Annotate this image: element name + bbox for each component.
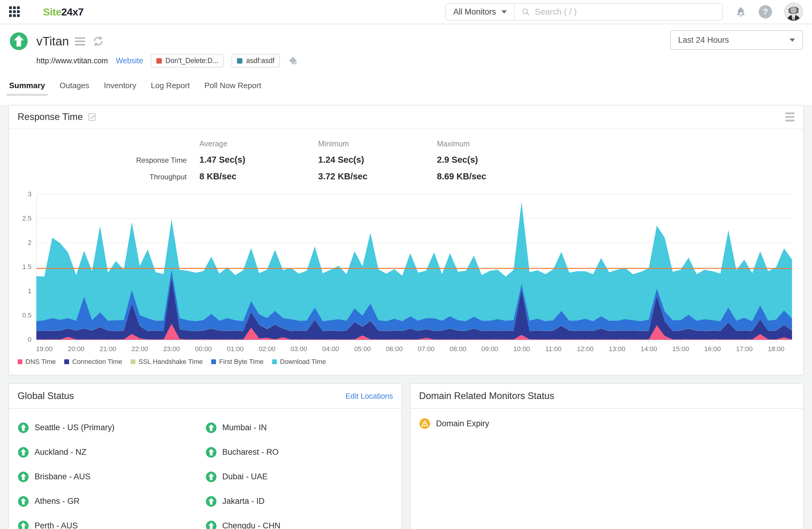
tab-outages[interactable]: Outages bbox=[60, 81, 89, 96]
tag-color-swatch bbox=[237, 58, 242, 64]
location-label: Brisbane - AUS bbox=[34, 472, 91, 482]
response-time-chart[interactable]: 00.511.522.5319:0020:0021:0022:0023:0000… bbox=[9, 183, 803, 353]
svg-text:1.5: 1.5 bbox=[22, 263, 31, 270]
legend-item[interactable]: First Byte Time bbox=[211, 358, 264, 366]
svg-text:06:00: 06:00 bbox=[386, 345, 403, 353]
search-input[interactable] bbox=[535, 7, 716, 17]
monitor-tabs: SummaryOutagesInventoryLog ReportPoll No… bbox=[9, 81, 803, 96]
legend-swatch bbox=[64, 359, 69, 364]
location-item[interactable]: Athens - GR bbox=[18, 496, 205, 507]
status-warning-icon bbox=[419, 418, 431, 429]
svg-text:04:00: 04:00 bbox=[322, 345, 339, 353]
location-item[interactable]: Mumbai - IN bbox=[205, 422, 393, 434]
locations-grid: Seattle - US (Primary) Auckland - NZ Bri… bbox=[9, 409, 402, 529]
status-up-icon bbox=[205, 520, 217, 529]
status-up-icon bbox=[205, 496, 217, 507]
legend-item[interactable]: Connection Time bbox=[64, 358, 122, 366]
legend-item[interactable]: Download Time bbox=[272, 358, 326, 366]
legend-label: SSL Handshake Time bbox=[139, 358, 203, 366]
page-content: Response Time Average Minimum Maximum Re… bbox=[0, 105, 812, 529]
location-label: Chengdu - CHN bbox=[222, 521, 280, 529]
svg-text:01:00: 01:00 bbox=[227, 345, 244, 353]
svg-text:0.5: 0.5 bbox=[22, 311, 31, 319]
status-up-icon bbox=[205, 446, 217, 458]
location-item[interactable]: Perth - AUS bbox=[18, 520, 205, 529]
legend-label: DNS Time bbox=[26, 358, 56, 366]
svg-text:19:00: 19:00 bbox=[36, 345, 53, 353]
chart-legend: DNS Time Connection Time SSL Handshake T… bbox=[9, 353, 803, 375]
stat-value-min-response: 1.24 Sec(s) bbox=[318, 155, 437, 165]
stat-col-header: Average bbox=[199, 139, 318, 148]
domain-monitors-panel: Domain Related Monitors Status Domain Ex… bbox=[410, 383, 803, 529]
status-up-icon bbox=[205, 422, 217, 434]
svg-text:2.5: 2.5 bbox=[22, 215, 31, 222]
monitor-type-link[interactable]: Website bbox=[116, 56, 143, 65]
stat-value-max-throughput: 8.69 KB/sec bbox=[437, 172, 794, 181]
tag-pill[interactable]: Don't_Delete:D... bbox=[151, 54, 223, 68]
tab-summary[interactable]: Summary bbox=[9, 81, 45, 96]
tag-pill[interactable]: asdf:asdf bbox=[231, 54, 280, 68]
svg-text:08:00: 08:00 bbox=[450, 345, 466, 353]
stat-value-min-throughput: 3.72 KB/sec bbox=[318, 172, 437, 181]
notifications-bell-icon[interactable] bbox=[735, 6, 746, 18]
time-range-label: Last 24 Hours bbox=[678, 35, 729, 45]
location-item[interactable]: Dubai - UAE bbox=[205, 471, 393, 483]
svg-text:2: 2 bbox=[28, 239, 31, 246]
tag-icon[interactable] bbox=[288, 56, 298, 66]
stat-col-header: Minimum bbox=[318, 139, 437, 148]
legend-item[interactable]: DNS Time bbox=[18, 358, 56, 366]
svg-text:17:00: 17:00 bbox=[736, 345, 753, 353]
tab-inventory[interactable]: Inventory bbox=[104, 81, 136, 96]
chevron-down-icon bbox=[789, 39, 795, 42]
search-box[interactable] bbox=[515, 7, 722, 17]
domain-panel-title: Domain Related Monitors Status bbox=[419, 391, 554, 401]
domain-monitor-item[interactable]: Domain Expiry bbox=[419, 418, 794, 429]
time-range-dropdown[interactable]: Last 24 Hours bbox=[670, 30, 803, 50]
chart-menu-icon[interactable] bbox=[785, 113, 794, 121]
status-up-icon bbox=[18, 496, 29, 507]
tab-poll-now-report[interactable]: Poll Now Report bbox=[204, 81, 261, 96]
location-item[interactable]: Auckland - NZ bbox=[18, 446, 205, 458]
svg-text:07:00: 07:00 bbox=[418, 345, 434, 353]
site24x7-logo[interactable]: Site24x7 bbox=[43, 6, 84, 18]
svg-text:3: 3 bbox=[28, 191, 31, 198]
stat-row-label: Throughput bbox=[18, 173, 199, 181]
monitor-menu-icon[interactable] bbox=[75, 37, 85, 45]
refresh-icon[interactable] bbox=[92, 35, 104, 47]
monitor-name: vTitan bbox=[37, 34, 69, 48]
svg-text:13:00: 13:00 bbox=[609, 345, 625, 353]
status-up-icon bbox=[205, 471, 217, 483]
domain-monitor-label: Domain Expiry bbox=[436, 419, 489, 428]
location-label: Bucharest - RO bbox=[222, 447, 279, 457]
help-icon[interactable]: ? bbox=[759, 5, 772, 18]
location-item[interactable]: Jakarta - ID bbox=[205, 496, 393, 507]
svg-text:16:00: 16:00 bbox=[704, 345, 721, 353]
location-item[interactable]: Bucharest - RO bbox=[205, 446, 393, 458]
location-label: Jakarta - ID bbox=[222, 497, 265, 506]
search-icon bbox=[521, 7, 530, 16]
global-status-panel: Global Status Edit Locations Seattle - U… bbox=[9, 383, 402, 529]
status-up-icon bbox=[18, 520, 29, 529]
monitor-header: vTitan http://www.vtitan.com Website Don… bbox=[0, 24, 812, 105]
location-item[interactable]: Seattle - US (Primary) bbox=[18, 422, 205, 434]
apps-grid-icon[interactable] bbox=[9, 6, 20, 17]
monitor-scope-dropdown[interactable]: All Monitors bbox=[446, 4, 515, 20]
chevron-down-icon bbox=[502, 10, 507, 14]
location-item[interactable]: Brisbane - AUS bbox=[18, 471, 205, 483]
legend-item[interactable]: SSL Handshake Time bbox=[131, 358, 203, 366]
trend-chart-icon[interactable] bbox=[88, 113, 97, 121]
global-status-title: Global Status bbox=[18, 391, 74, 401]
monitor-status-up-icon bbox=[9, 31, 28, 51]
legend-swatch bbox=[131, 359, 135, 364]
edit-locations-link[interactable]: Edit Locations bbox=[345, 392, 393, 400]
location-item[interactable]: Chengdu - CHN bbox=[205, 520, 393, 529]
location-label: Mumbai - IN bbox=[222, 423, 267, 432]
location-label: Dubai - UAE bbox=[222, 472, 268, 482]
status-up-icon bbox=[18, 471, 29, 483]
user-avatar[interactable] bbox=[784, 2, 803, 21]
legend-swatch bbox=[272, 359, 277, 364]
tab-log-report[interactable]: Log Report bbox=[151, 81, 190, 96]
svg-text:1: 1 bbox=[28, 287, 31, 295]
logo-text-dark: 24x7 bbox=[61, 6, 84, 18]
tag-color-swatch bbox=[156, 58, 162, 64]
